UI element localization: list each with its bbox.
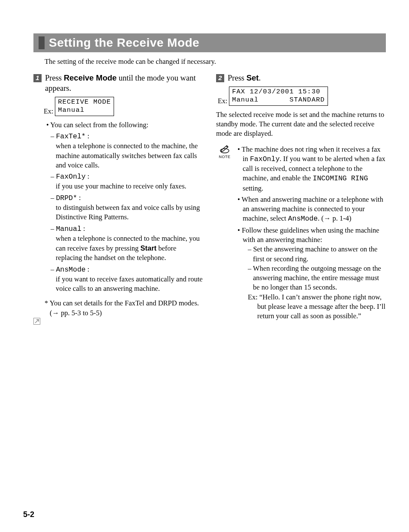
note2-post: . (→ p. 1-4)	[318, 214, 351, 222]
lcd-example-2: Ex: FAX 12/03/2001 15:30 Manual STANDARD	[218, 87, 386, 106]
link-arrow-icon	[33, 318, 40, 325]
step2-pre: Press	[228, 74, 247, 82]
step2-post: .	[259, 74, 261, 82]
note-3-sublist: Set the answering machine to answer on t…	[248, 245, 386, 292]
opt-manual-desc: when a telephone is connected to the mac…	[56, 234, 203, 263]
note-2: When and answering machine or a telephon…	[238, 195, 386, 224]
right-column: 2 Press Set. Ex: FAX 12/03/2001 15:30 Ma…	[216, 73, 386, 323]
select-intro: You can select from the following:	[46, 120, 203, 130]
opt-faxonly: – FaxOnly :	[51, 172, 203, 182]
note1-code2: INCOMING RING	[313, 174, 368, 182]
opt-faxtel-colon: :	[86, 132, 90, 140]
opt-faxonly-desc: if you use your machine to receive only …	[56, 182, 203, 191]
note-label: NOTE	[219, 154, 230, 159]
opt-faxonly-colon: :	[86, 172, 90, 180]
note-3: Follow these guidelines when using the m…	[238, 226, 386, 321]
intro-text: The setting of the receive mode can be c…	[45, 57, 386, 66]
set-key: Set	[247, 73, 259, 82]
opt-drpd: – DRPD* :	[51, 193, 203, 203]
note3-sub2: When recording the outgoing message on t…	[248, 264, 386, 293]
opt-drpd-name: DRPD*	[56, 194, 77, 202]
step1-pre: Press	[45, 74, 64, 82]
heading-marker	[39, 36, 45, 49]
opt-ansmode-desc: if you want to receive faxes automatical…	[56, 275, 203, 294]
ex-label-2: Ex:	[218, 96, 227, 106]
step2-result: The selected receive mode is set and the…	[216, 110, 386, 139]
heading-text: Setting the Receive Mode	[49, 36, 199, 50]
mode-options: – FaxTel* : when a telephone is connecte…	[51, 132, 203, 293]
note1-post: setting.	[243, 184, 263, 192]
opt-faxtel-desc: when a telephone is connected to the mac…	[56, 141, 203, 170]
lcd-display-2: FAX 12/03/2001 15:30 Manual STANDARD	[229, 87, 328, 106]
opt-ansmode-colon: :	[86, 265, 90, 273]
section-heading: Setting the Receive Mode	[33, 33, 386, 52]
step-1-header: 1 Press Receive Mode until the mode you …	[33, 73, 203, 93]
note-block: NOTE The machine does not ring when it r…	[216, 145, 386, 323]
note3-text: Follow these guidelines when using the m…	[242, 226, 379, 244]
opt-drpd-desc: to distinguish between fax and voice cal…	[56, 203, 203, 222]
opt-faxonly-name: FaxOnly	[56, 173, 85, 181]
opt-manual-name: Manual	[56, 225, 81, 233]
opt-drpd-colon: :	[77, 194, 81, 202]
opt-manual: – Manual :	[51, 224, 203, 234]
step-2-header: 2 Press Set.	[216, 73, 386, 83]
note-icon-wrap: NOTE	[216, 145, 233, 159]
opt-faxtel-name: FaxTel*	[56, 132, 85, 140]
note1-code1: FaxOnly	[250, 155, 280, 163]
step-2-instruction: Press Set.	[228, 73, 261, 83]
lcd-example-1: Ex: RECEIVE MODE Manual	[44, 97, 203, 116]
step-number-1: 1	[33, 74, 42, 82]
step-1-instruction: Press Receive Mode until the mode you wa…	[45, 73, 203, 93]
footnote: * You can set details for the FaxTel and…	[45, 299, 203, 318]
pencil-icon	[219, 145, 230, 153]
opt-manual-colon: :	[81, 224, 85, 233]
start-key: Start	[140, 244, 156, 252]
note-1: The machine does not ring when it receiv…	[238, 145, 386, 193]
note-list: The machine does not ring when it receiv…	[238, 145, 386, 323]
receive-mode-key: Receive Mode	[64, 73, 117, 82]
left-column: 1 Press Receive Mode until the mode you …	[33, 73, 203, 323]
step-number-2: 2	[216, 74, 224, 82]
note3-sub1: Set the answering machine to answer on t…	[248, 245, 386, 264]
opt-manual-pre: when a telephone is connected to the mac…	[56, 234, 200, 252]
page-number: 5-2	[23, 510, 34, 519]
note2-code: AnsMode	[288, 215, 318, 223]
options-intro-list: You can select from the following:	[46, 120, 203, 130]
opt-ansmode-name: AnsMode	[56, 266, 85, 274]
opt-faxtel: – FaxTel* :	[51, 132, 203, 141]
note3-example: Ex: “Hello. I can’t answer the phone rig…	[248, 293, 386, 321]
opt-ansmode: – AnsMode :	[51, 265, 203, 275]
lcd-display-1: RECEIVE MODE Manual	[55, 97, 114, 116]
ex-label-1: Ex:	[44, 107, 53, 116]
